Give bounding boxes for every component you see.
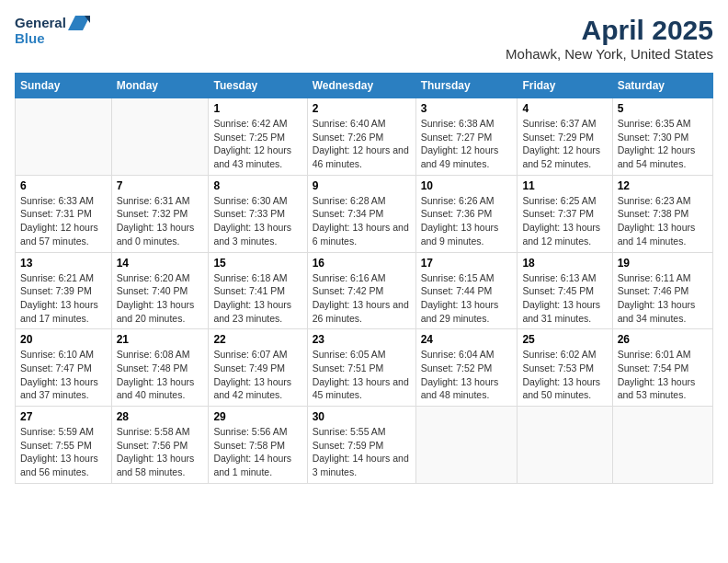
day-info: Sunrise: 6:08 AM Sunset: 7:48 PM Dayligh… <box>117 348 204 402</box>
day-number: 28 <box>117 410 204 423</box>
day-info: Sunrise: 6:26 AM Sunset: 7:36 PM Dayligh… <box>421 194 513 248</box>
table-row: 6Sunrise: 6:33 AM Sunset: 7:31 PM Daylig… <box>16 175 112 252</box>
day-number: 29 <box>213 410 301 423</box>
day-info: Sunrise: 6:21 AM Sunset: 7:39 PM Dayligh… <box>20 271 107 326</box>
day-number: 6 <box>20 179 107 192</box>
day-info: Sunrise: 6:31 AM Sunset: 7:32 PM Dayligh… <box>117 194 204 248</box>
table-row: 13Sunrise: 6:21 AM Sunset: 7:39 PM Dayli… <box>16 252 112 329</box>
day-number: 26 <box>618 333 708 346</box>
col-tuesday: Tuesday <box>209 74 307 98</box>
day-number: 22 <box>213 333 301 346</box>
day-number: 18 <box>522 257 607 270</box>
table-row: 24Sunrise: 6:04 AM Sunset: 7:52 PM Dayli… <box>415 329 518 407</box>
day-info: Sunrise: 6:20 AM Sunset: 7:40 PM Dayligh… <box>117 271 204 326</box>
page-title: April 2025 <box>506 15 713 46</box>
day-number: 25 <box>522 333 607 346</box>
day-info: Sunrise: 5:55 AM Sunset: 7:59 PM Dayligh… <box>313 425 411 479</box>
calendar-week-row: 6Sunrise: 6:33 AM Sunset: 7:31 PM Daylig… <box>16 175 713 252</box>
table-row <box>415 407 518 484</box>
calendar-header-row: Sunday Monday Tuesday Wednesday Thursday… <box>16 74 713 98</box>
day-info: Sunrise: 5:59 AM Sunset: 7:55 PM Dayligh… <box>20 425 107 479</box>
day-info: Sunrise: 6:05 AM Sunset: 7:51 PM Dayligh… <box>313 348 411 402</box>
col-monday: Monday <box>111 74 209 98</box>
day-info: Sunrise: 6:38 AM Sunset: 7:27 PM Dayligh… <box>421 117 513 171</box>
table-row: 1Sunrise: 6:42 AM Sunset: 7:25 PM Daylig… <box>209 98 307 176</box>
table-row <box>518 407 612 484</box>
day-number: 14 <box>117 257 204 270</box>
table-row: 20Sunrise: 6:10 AM Sunset: 7:47 PM Dayli… <box>16 329 112 407</box>
table-row: 27Sunrise: 5:59 AM Sunset: 7:55 PM Dayli… <box>16 407 112 484</box>
table-row: 9Sunrise: 6:28 AM Sunset: 7:34 PM Daylig… <box>307 175 415 252</box>
col-friday: Friday <box>518 74 612 98</box>
calendar-week-row: 1Sunrise: 6:42 AM Sunset: 7:25 PM Daylig… <box>16 98 713 176</box>
table-row: 19Sunrise: 6:11 AM Sunset: 7:46 PM Dayli… <box>612 252 712 329</box>
day-number: 27 <box>20 410 107 423</box>
day-number: 20 <box>20 333 107 346</box>
title-block: April 2025 Mohawk, New York, United Stat… <box>506 15 713 62</box>
logo-text-general: General <box>15 15 66 30</box>
day-number: 1 <box>213 102 301 115</box>
col-saturday: Saturday <box>612 74 712 98</box>
day-number: 15 <box>213 257 301 270</box>
day-info: Sunrise: 6:30 AM Sunset: 7:33 PM Dayligh… <box>213 194 301 248</box>
day-number: 11 <box>522 179 607 192</box>
day-number: 5 <box>618 102 708 115</box>
day-info: Sunrise: 6:18 AM Sunset: 7:41 PM Dayligh… <box>213 271 301 326</box>
table-row: 10Sunrise: 6:26 AM Sunset: 7:36 PM Dayli… <box>415 175 518 252</box>
table-row: 25Sunrise: 6:02 AM Sunset: 7:53 PM Dayli… <box>518 329 612 407</box>
day-info: Sunrise: 6:28 AM Sunset: 7:34 PM Dayligh… <box>313 194 411 248</box>
day-number: 10 <box>421 179 513 192</box>
col-thursday: Thursday <box>415 74 518 98</box>
table-row <box>612 407 712 484</box>
day-number: 23 <box>313 333 411 346</box>
day-info: Sunrise: 6:40 AM Sunset: 7:26 PM Dayligh… <box>313 117 411 171</box>
table-row: 14Sunrise: 6:20 AM Sunset: 7:40 PM Dayli… <box>111 252 209 329</box>
day-number: 16 <box>313 257 411 270</box>
day-info: Sunrise: 5:58 AM Sunset: 7:56 PM Dayligh… <box>117 425 204 479</box>
calendar-week-row: 20Sunrise: 6:10 AM Sunset: 7:47 PM Dayli… <box>16 329 713 407</box>
logo: General Blue <box>15 15 90 46</box>
table-row: 4Sunrise: 6:37 AM Sunset: 7:29 PM Daylig… <box>518 98 612 176</box>
day-info: Sunrise: 6:16 AM Sunset: 7:42 PM Dayligh… <box>313 271 411 326</box>
logo-icon <box>68 16 90 30</box>
table-row: 23Sunrise: 6:05 AM Sunset: 7:51 PM Dayli… <box>307 329 415 407</box>
table-row: 28Sunrise: 5:58 AM Sunset: 7:56 PM Dayli… <box>111 407 209 484</box>
day-info: Sunrise: 6:11 AM Sunset: 7:46 PM Dayligh… <box>618 271 708 326</box>
day-number: 3 <box>421 102 513 115</box>
day-info: Sunrise: 6:25 AM Sunset: 7:37 PM Dayligh… <box>522 194 607 248</box>
day-number: 2 <box>313 102 411 115</box>
table-row: 8Sunrise: 6:30 AM Sunset: 7:33 PM Daylig… <box>209 175 307 252</box>
day-number: 19 <box>618 257 708 270</box>
day-info: Sunrise: 6:15 AM Sunset: 7:44 PM Dayligh… <box>421 271 513 326</box>
day-number: 13 <box>20 257 107 270</box>
table-row: 21Sunrise: 6:08 AM Sunset: 7:48 PM Dayli… <box>111 329 209 407</box>
day-info: Sunrise: 6:33 AM Sunset: 7:31 PM Dayligh… <box>20 194 107 248</box>
day-info: Sunrise: 6:01 AM Sunset: 7:54 PM Dayligh… <box>618 348 708 402</box>
day-number: 21 <box>117 333 204 346</box>
logo-text-blue: Blue <box>15 30 90 46</box>
table-row: 22Sunrise: 6:07 AM Sunset: 7:49 PM Dayli… <box>209 329 307 407</box>
day-info: Sunrise: 6:35 AM Sunset: 7:30 PM Dayligh… <box>618 117 708 171</box>
table-row: 2Sunrise: 6:40 AM Sunset: 7:26 PM Daylig… <box>307 98 415 176</box>
table-row: 3Sunrise: 6:38 AM Sunset: 7:27 PM Daylig… <box>415 98 518 176</box>
table-row: 17Sunrise: 6:15 AM Sunset: 7:44 PM Dayli… <box>415 252 518 329</box>
table-row: 12Sunrise: 6:23 AM Sunset: 7:38 PM Dayli… <box>612 175 712 252</box>
day-info: Sunrise: 5:56 AM Sunset: 7:58 PM Dayligh… <box>213 425 301 479</box>
table-row: 11Sunrise: 6:25 AM Sunset: 7:37 PM Dayli… <box>518 175 612 252</box>
day-info: Sunrise: 6:10 AM Sunset: 7:47 PM Dayligh… <box>20 348 107 402</box>
day-number: 24 <box>421 333 513 346</box>
day-number: 30 <box>313 410 411 423</box>
day-info: Sunrise: 6:02 AM Sunset: 7:53 PM Dayligh… <box>522 348 607 402</box>
day-info: Sunrise: 6:23 AM Sunset: 7:38 PM Dayligh… <box>618 194 708 248</box>
day-number: 8 <box>213 179 301 192</box>
table-row: 16Sunrise: 6:16 AM Sunset: 7:42 PM Dayli… <box>307 252 415 329</box>
page-subtitle: Mohawk, New York, United States <box>506 46 713 62</box>
day-number: 9 <box>313 179 411 192</box>
day-number: 4 <box>522 102 607 115</box>
calendar-week-row: 13Sunrise: 6:21 AM Sunset: 7:39 PM Dayli… <box>16 252 713 329</box>
table-row: 7Sunrise: 6:31 AM Sunset: 7:32 PM Daylig… <box>111 175 209 252</box>
day-number: 7 <box>117 179 204 192</box>
calendar-week-row: 27Sunrise: 5:59 AM Sunset: 7:55 PM Dayli… <box>16 407 713 484</box>
day-info: Sunrise: 6:13 AM Sunset: 7:45 PM Dayligh… <box>522 271 607 326</box>
table-row: 29Sunrise: 5:56 AM Sunset: 7:58 PM Dayli… <box>209 407 307 484</box>
